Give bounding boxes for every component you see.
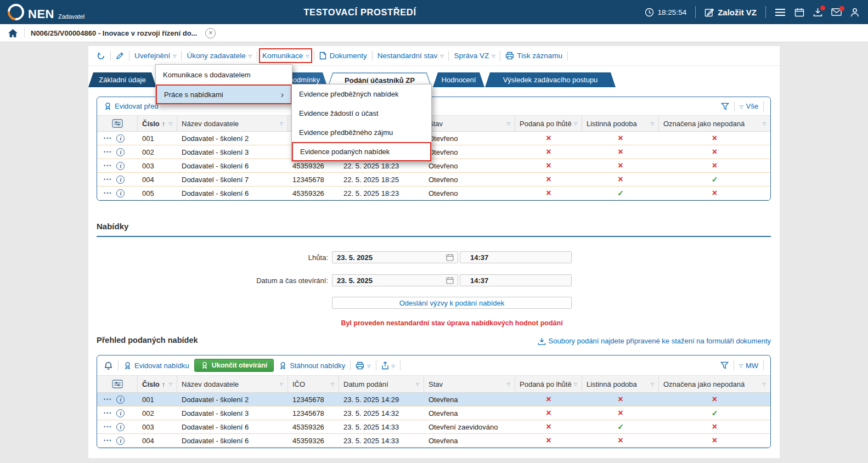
filter-button[interactable] xyxy=(720,362,729,369)
table-row[interactable]: •••i004Dodavatel - školení 64535932623. … xyxy=(97,434,770,448)
menu-uverejneni[interactable]: Uveřejnění▽ xyxy=(134,52,176,60)
menu-item-evidence-zadosti-o-ucast[interactable]: Evidence žádostí o účast xyxy=(292,104,431,123)
table-row[interactable]: •••i002Dodavatel - školení 31234567823. … xyxy=(97,406,770,420)
odeslani-vyzvy-button[interactable]: Odeslání výzvy k podání nabídek xyxy=(332,297,572,309)
row-menu-icon[interactable]: ••• xyxy=(104,190,112,196)
profile-button[interactable] xyxy=(850,8,859,17)
main-menu-button[interactable] xyxy=(775,8,786,16)
menu-item-evidence-predbezneho-zajmu[interactable]: Evidence předběžného zájmu xyxy=(292,123,431,142)
column-filter-icon[interactable]: ▽ xyxy=(169,121,172,126)
column-filter-icon[interactable]: ▽ xyxy=(574,382,577,387)
row-menu-icon[interactable]: ••• xyxy=(104,149,112,155)
row-menu-icon[interactable]: ••• xyxy=(104,163,112,168)
stahnout-nabidky-button[interactable]: Stáhnout nabídky xyxy=(279,362,345,370)
row-menu-icon[interactable]: ••• xyxy=(104,177,112,182)
column-header-4[interactable]: Datum podání▽ xyxy=(339,376,424,392)
edit-record-button[interactable] xyxy=(116,52,124,60)
info-icon[interactable]: i xyxy=(116,162,125,170)
column-filter-icon[interactable]: ▽ xyxy=(331,382,334,387)
export-button[interactable]: ▽ xyxy=(381,362,395,370)
menu-dokumenty[interactable]: Dokumenty xyxy=(319,52,367,60)
podatelna-button[interactable] xyxy=(104,361,113,370)
otevirani-date-input[interactable]: 23. 5. 2025 xyxy=(332,274,458,286)
ukoncit-otevirani-button[interactable]: Ukončit otevírání xyxy=(194,359,274,372)
messages-button[interactable] xyxy=(831,8,842,16)
info-icon[interactable]: i xyxy=(116,148,125,156)
menu-komunikace[interactable]: Komunikace▽ xyxy=(262,52,309,60)
column-header-3[interactable]: IČO▽ xyxy=(288,376,339,392)
tab-hodnoceni[interactable]: Hodnocení xyxy=(433,72,484,87)
info-icon[interactable]: i xyxy=(116,176,125,184)
tab-zakladni-udaje[interactable]: Základní údaje xyxy=(88,72,156,87)
menu-nestandardni-stav[interactable]: Nestandardní stav▽ xyxy=(377,52,444,60)
column-header-2[interactable]: Název dodavatele▽ xyxy=(177,116,288,131)
breadcrumb-item[interactable]: N006/25/V00004860 - Inovace v rozvoji ří… xyxy=(31,29,197,37)
column-header-5[interactable]: Stav▽ xyxy=(424,376,515,392)
column-header-7[interactable]: Listinná podoba▽ xyxy=(582,116,659,131)
tab-vysledek-zadavaciho-postupu[interactable]: Výsledek zadávacího postupu xyxy=(485,72,616,87)
table-row[interactable]: •••i003Dodavatel - školení 64535932623. … xyxy=(97,420,770,434)
calendar-button[interactable] xyxy=(794,8,804,17)
create-vz-button[interactable]: Založit VZ xyxy=(704,8,757,17)
row-menu-icon[interactable]: ••• xyxy=(104,135,112,141)
info-icon[interactable]: i xyxy=(116,437,125,445)
close-record-button[interactable]: × xyxy=(205,28,216,38)
info-icon[interactable]: i xyxy=(116,423,125,431)
history-button[interactable] xyxy=(97,52,105,60)
row-menu-icon[interactable]: ••• xyxy=(104,438,112,443)
table-row[interactable]: •••i001Dodavatel - školení 2Otevřeno××× xyxy=(97,132,770,145)
row-menu-icon[interactable]: ••• xyxy=(104,397,112,402)
home-button[interactable] xyxy=(8,29,18,38)
column-filter-icon[interactable]: ▽ xyxy=(507,382,510,387)
info-icon[interactable]: i xyxy=(116,396,125,404)
evidovat-predbeznou-nabidku-button[interactable]: Evidovat před xyxy=(104,102,159,110)
row-menu-icon[interactable]: ••• xyxy=(104,410,112,416)
app-brand[interactable]: NEN Zadavatel xyxy=(8,4,84,20)
column-filter-icon[interactable]: ▽ xyxy=(763,382,766,387)
row-menu-icon[interactable]: ••• xyxy=(104,424,112,430)
column-filter-icon[interactable]: ▽ xyxy=(574,121,577,126)
column-filter-icon[interactable]: ▽ xyxy=(169,382,172,387)
calendar-icon[interactable] xyxy=(446,276,454,284)
column-header-7[interactable]: Listinná podoba▽ xyxy=(582,376,659,392)
view-selector[interactable]: ▽MW xyxy=(739,362,758,370)
lhuta-date-input[interactable]: 23. 5. 2025 xyxy=(332,251,458,263)
info-icon[interactable]: i xyxy=(116,409,125,417)
table-row[interactable]: •••i003Dodavatel - školení 64535932622. … xyxy=(97,159,770,173)
info-icon[interactable]: i xyxy=(116,134,125,143)
table-row[interactable]: •••i001Dodavatel - školení 21234567823. … xyxy=(97,393,770,406)
column-filter-icon[interactable]: ▽ xyxy=(280,121,283,126)
table-row[interactable]: •••i005Dodavatel - školení 64535932622. … xyxy=(97,187,770,200)
menu-item-evidence-podanych-nabidek[interactable]: Evidence podaných nabídek xyxy=(292,142,431,161)
otevirani-time-input[interactable]: 14:37 xyxy=(460,274,572,286)
info-icon[interactable]: i xyxy=(116,189,125,197)
menu-tisk-zaznamu[interactable]: Tisk záznamu xyxy=(505,52,562,60)
table-row[interactable]: •••i002Dodavatel - školení 3Otevřeno××× xyxy=(97,145,770,159)
downloads-button[interactable] xyxy=(813,8,822,16)
soubory-podani-link[interactable]: Soubory podání najdete připravené ke sta… xyxy=(538,337,771,345)
column-filter-icon[interactable]: ▽ xyxy=(416,382,419,387)
column-filter-icon[interactable]: ▽ xyxy=(280,382,283,387)
column-filter-icon[interactable]: ▽ xyxy=(763,121,766,126)
menu-ukony-zadavatele[interactable]: Úkony zadavatele▽ xyxy=(187,52,251,60)
print-button[interactable]: ▽ xyxy=(356,362,370,370)
table-row[interactable]: •••i004Dodavatel - školení 71234567822. … xyxy=(97,173,770,187)
menu-sprava-vz[interactable]: Správa VZ▽ xyxy=(454,52,495,60)
column-header-6[interactable]: Podaná po lhůtě▽ xyxy=(515,376,582,392)
column-filter-icon[interactable]: ▽ xyxy=(651,121,654,126)
grid-settings-button[interactable] xyxy=(97,116,138,131)
column-header-5[interactable]: Stav▽ xyxy=(424,116,515,131)
column-filter-icon[interactable]: ▽ xyxy=(651,382,654,387)
menu-item-komunikace-s-dodavatelem[interactable]: Komunikace s dodavatelem xyxy=(156,65,292,84)
column-header-8[interactable]: Označena jako nepodaná▽ xyxy=(659,116,770,131)
column-header-6[interactable]: Podaná po lhůtě▽ xyxy=(515,116,582,131)
menu-item-evidence-predbeznych-nabidek[interactable]: Evidence předběžných nabídek xyxy=(292,84,431,104)
menu-item-prace-s-nabidkami[interactable]: Práce s nabídkami › xyxy=(156,84,292,104)
column-header-1[interactable]: Číslo↑▽ xyxy=(138,116,177,131)
calendar-icon[interactable] xyxy=(446,253,454,261)
evidovat-nabidku-button[interactable]: Evidovat nabídku xyxy=(123,362,189,370)
lhuta-time-input[interactable]: 14:37 xyxy=(460,251,572,263)
grid-settings-button[interactable] xyxy=(97,376,138,392)
view-selector[interactable]: ▽Vše xyxy=(740,102,758,110)
filter-button[interactable] xyxy=(721,103,729,110)
